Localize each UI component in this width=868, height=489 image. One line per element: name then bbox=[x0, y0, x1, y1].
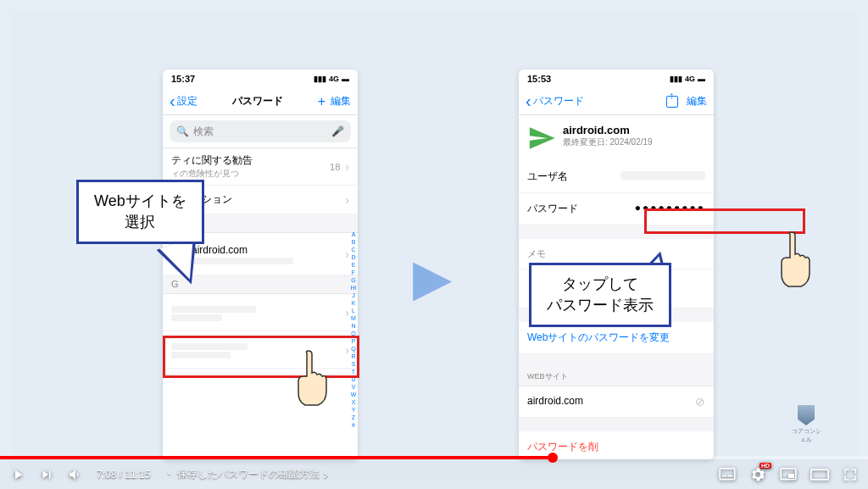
password-row[interactable]: パスワード ●●●●●●●●● bbox=[519, 193, 714, 225]
svg-rect-5 bbox=[811, 470, 828, 480]
edit-button[interactable]: 編集 bbox=[687, 94, 707, 108]
nav-bar: 設定 パスワード + 編集 bbox=[163, 88, 358, 115]
channel-name: コアコンシェル bbox=[790, 427, 822, 444]
svg-rect-0 bbox=[720, 468, 735, 479]
status-time: 15:37 bbox=[171, 74, 195, 84]
website-section-label: WEBサイト bbox=[519, 368, 714, 386]
nav-title: パスワード bbox=[198, 94, 318, 108]
channel-flag-icon bbox=[798, 405, 815, 425]
password-masked: ●●●●●●●●● bbox=[635, 202, 705, 216]
svg-rect-4 bbox=[788, 474, 794, 478]
fullscreen-button[interactable] bbox=[843, 467, 858, 482]
chevron-icon: › bbox=[345, 160, 349, 174]
username-row[interactable]: ユーザ名 bbox=[519, 161, 714, 193]
username-label: ユーザ名 bbox=[527, 169, 568, 184]
username-redacted bbox=[620, 171, 705, 180]
signal-icon: ▮▮▮ bbox=[670, 75, 682, 83]
nav-bar: パスワード 編集 bbox=[519, 88, 714, 115]
search-field[interactable]: 🔍 検索 🎤 bbox=[170, 120, 351, 142]
password-label: パスワード bbox=[527, 202, 578, 216]
hd-badge: HD bbox=[760, 463, 771, 469]
chevron-icon: › bbox=[345, 247, 349, 261]
svg-rect-2 bbox=[728, 475, 733, 476]
search-placeholder: 検索 bbox=[193, 125, 214, 139]
theater-button[interactable] bbox=[810, 469, 829, 481]
signal-icon: ▮▮▮ bbox=[314, 75, 326, 83]
pointing-hand-icon bbox=[773, 231, 815, 290]
status-icons: ▮▮▮ 4G ▬ bbox=[314, 75, 349, 83]
share-icon[interactable] bbox=[666, 96, 678, 108]
time-display: 7:08 / 11:15 bbox=[97, 469, 150, 481]
site-name: airdroid.com bbox=[192, 244, 345, 256]
paper-plane-icon bbox=[527, 124, 556, 153]
website-value: airdroid.com bbox=[527, 395, 583, 408]
change-password-label: Webサイトのパスワードを変更 bbox=[527, 331, 670, 345]
miniplayer-button[interactable] bbox=[780, 468, 797, 481]
site-username-redacted bbox=[192, 258, 293, 264]
chevron-icon: › bbox=[345, 306, 349, 320]
battery-icon: ▬ bbox=[342, 75, 349, 83]
alpha-index[interactable]: ABCDEFGHIJKLMNOPQRSTUVWXYZ# bbox=[350, 231, 357, 429]
back-button[interactable]: パスワード bbox=[526, 92, 584, 111]
volume-button[interactable] bbox=[68, 467, 83, 482]
chapter-button[interactable]: ・保存したパスワードの確認方法 bbox=[164, 467, 327, 482]
security-sub: ィの危険性が見つ bbox=[171, 168, 330, 180]
delete-label: パスワードを削 bbox=[527, 440, 598, 454]
callout-select-website: Webサイトを 選択 bbox=[76, 180, 204, 244]
next-button[interactable] bbox=[39, 467, 54, 482]
play-button[interactable] bbox=[10, 467, 25, 482]
status-time: 15:53 bbox=[527, 74, 551, 84]
video-player-viewport: 15:37 ▮▮▮ 4G ▬ 設定 パスワード + 編集 🔍 検索 bbox=[0, 0, 868, 489]
back-button[interactable]: 設定 bbox=[170, 92, 198, 111]
network-label: 4G bbox=[329, 75, 339, 83]
channel-watermark[interactable]: コアコンシェル bbox=[790, 405, 822, 444]
site-title: airdroid.com bbox=[563, 124, 653, 136]
chevron-icon: › bbox=[345, 343, 349, 357]
pointing-hand-icon bbox=[290, 349, 332, 408]
mic-icon[interactable]: 🎤 bbox=[331, 125, 344, 137]
arrow-right-icon: ▶ bbox=[413, 247, 452, 307]
chevron-icon: › bbox=[345, 193, 349, 207]
site-header: airdroid.com 最終変更日: 2024/02/19 bbox=[519, 115, 714, 161]
callout-tap-password: タップして パスワード表示 bbox=[529, 263, 671, 327]
chevron-icon: ⊘ bbox=[695, 395, 705, 408]
add-button[interactable]: + bbox=[318, 94, 326, 109]
memo-label: メモ bbox=[527, 247, 546, 260]
list-item[interactable]: › bbox=[163, 294, 358, 331]
security-count: 18 bbox=[330, 162, 340, 172]
network-label: 4G bbox=[685, 75, 695, 83]
security-title: ティに関する勧告 bbox=[171, 153, 330, 168]
battery-icon: ▬ bbox=[698, 75, 705, 83]
nav-actions: 編集 bbox=[666, 94, 707, 108]
video-content: 15:37 ▮▮▮ 4G ▬ 設定 パスワード + 編集 🔍 検索 bbox=[10, 10, 858, 479]
status-bar: 15:37 ▮▮▮ 4G ▬ bbox=[163, 69, 358, 88]
nav-actions: + 編集 bbox=[318, 94, 351, 109]
svg-rect-1 bbox=[722, 475, 727, 476]
status-bar: 15:53 ▮▮▮ 4G ▬ bbox=[519, 69, 714, 88]
captions-button[interactable] bbox=[719, 468, 736, 481]
site-modified: 最終変更日: 2024/02/19 bbox=[563, 136, 653, 148]
settings-button[interactable]: HD bbox=[749, 466, 766, 483]
search-icon: 🔍 bbox=[176, 125, 189, 137]
website-row[interactable]: airdroid.com ⊘ bbox=[519, 386, 714, 418]
status-icons: ▮▮▮ 4G ▬ bbox=[670, 75, 705, 83]
player-controls: 7:08 / 11:15 ・保存したパスワードの確認方法 HD bbox=[0, 459, 868, 489]
edit-button[interactable]: 編集 bbox=[331, 94, 351, 108]
